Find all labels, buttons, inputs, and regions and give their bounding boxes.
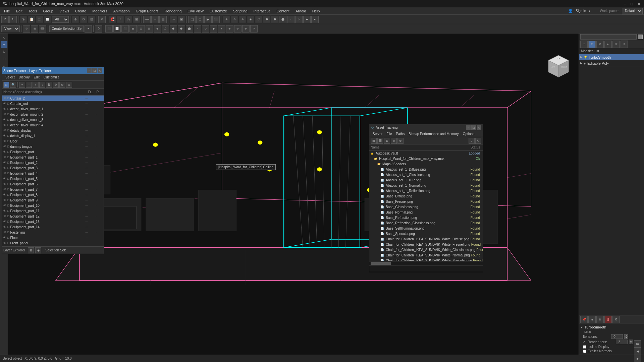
se-menu-customize[interactable]: Customize bbox=[42, 75, 61, 80]
se-list-item[interactable]: 👁 □ Curtain_2 ··· · bbox=[2, 96, 104, 101]
create-sel-dropdown[interactable]: ▾ bbox=[85, 25, 92, 33]
se-list-item[interactable]: 👁 □ Equipment_part_4 ··· · bbox=[2, 171, 104, 176]
se-tb-add-btn[interactable]: + bbox=[19, 82, 25, 88]
menu-modifiers[interactable]: Modifiers bbox=[90, 8, 110, 14]
select-object-button[interactable]: 🖱 bbox=[20, 16, 27, 23]
se-minimize-btn[interactable]: − bbox=[87, 68, 92, 73]
se-list-item[interactable]: 👁 □ decor_silver_mount_1 ··· · bbox=[2, 106, 104, 112]
tb-extra3[interactable]: ⊗ bbox=[239, 16, 246, 23]
motion-tab[interactable]: ▸ bbox=[604, 41, 612, 48]
tb-extra5[interactable]: ⬡ bbox=[255, 16, 262, 23]
menu-file[interactable]: File bbox=[1, 8, 13, 14]
render-iters-input[interactable] bbox=[616, 340, 628, 344]
tb-extra2[interactable]: ⊖ bbox=[231, 16, 238, 23]
remove-modifier-btn[interactable]: 🗑 bbox=[604, 316, 612, 323]
se-list-item[interactable]: 👁 □ Equipment_part_6 ··· · bbox=[2, 181, 104, 187]
at-menu-options[interactable]: Options bbox=[461, 132, 476, 136]
se-list-item[interactable]: 👁 □ Equipment_part_3 ··· · bbox=[2, 165, 104, 171]
at-list-item[interactable]: 📄 Chair_for_Children_IKEA_SUNDVIK_White_… bbox=[369, 247, 483, 252]
viewport-shading11[interactable]: ⬤ bbox=[186, 25, 193, 33]
create-selection-set-button[interactable]: Create Selection Se bbox=[49, 25, 84, 32]
at-minimize-btn[interactable]: − bbox=[466, 125, 471, 130]
render-frame-button[interactable]: ▶ bbox=[204, 16, 212, 23]
lt-scale-btn[interactable]: ⊡ bbox=[1, 55, 7, 62]
se-footer-icon2-btn[interactable]: ◈ bbox=[35, 247, 41, 253]
se-list-item[interactable]: 👁 □ Equipment_part_5 ··· · bbox=[2, 176, 104, 181]
se-tb-expand-btn[interactable]: ⊕ bbox=[59, 82, 65, 88]
viewport-shading19[interactable]: ? bbox=[250, 25, 258, 33]
redo-button[interactable]: ↻ bbox=[9, 16, 17, 23]
tb-extra8[interactable]: ⬤ bbox=[279, 16, 286, 23]
menu-arnold[interactable]: Arnold bbox=[293, 8, 309, 14]
curve-editor-button[interactable]: 〜 bbox=[170, 16, 177, 23]
schematic-view-button[interactable]: ⊠ bbox=[178, 16, 185, 23]
se-list-item[interactable]: 👁 □ Equipment_part_10 ··· · bbox=[2, 203, 104, 208]
menu-civil-view[interactable]: Civil View bbox=[185, 8, 206, 14]
render-setup-button[interactable]: ⬡ bbox=[196, 16, 204, 23]
percent-snap-button[interactable]: % bbox=[125, 16, 132, 23]
viewport-shading3[interactable]: ⬛ bbox=[121, 25, 129, 33]
render-iters-up[interactable]: ▲ bbox=[629, 340, 633, 342]
configure-modifier-sets-btn[interactable]: ⚙ bbox=[612, 316, 620, 323]
se-list-item[interactable]: 👁 □ Equipment_part_7 ··· · bbox=[2, 187, 104, 192]
tb-extra6[interactable]: ⬢ bbox=[263, 16, 270, 23]
iterations-down[interactable]: ▼ bbox=[624, 337, 628, 339]
view-dropdown[interactable]: View bbox=[1, 25, 20, 32]
se-list-item[interactable]: 👁 □ detals_display_1 ··· · bbox=[2, 133, 104, 138]
close-button[interactable]: ✕ bbox=[637, 2, 641, 6]
iterations-input[interactable] bbox=[611, 334, 623, 339]
se-menu-edit[interactable]: Edit bbox=[32, 75, 42, 80]
menu-views[interactable]: Views bbox=[57, 8, 72, 14]
viewport-shading1[interactable]: ⬛ bbox=[105, 25, 113, 33]
transform-gizmo-button[interactable]: ⊹ bbox=[23, 25, 30, 33]
maximize-button[interactable]: □ bbox=[631, 2, 635, 6]
se-tb-filter-btn[interactable]: 🔍 bbox=[10, 82, 16, 88]
se-list-item[interactable]: 👁 □ decor_silver_mount_4 ··· · bbox=[2, 122, 104, 128]
tb-extra1[interactable]: ⊕ bbox=[223, 16, 230, 23]
help-button[interactable]: ? bbox=[95, 25, 102, 33]
turbos-header-row[interactable]: ▼ TurboSmooth bbox=[580, 325, 643, 330]
menu-animation[interactable]: Animation bbox=[111, 8, 132, 14]
create-tab[interactable]: ✦ bbox=[580, 41, 588, 48]
select-by-name-button[interactable]: 📋 bbox=[28, 16, 35, 23]
play-anim-btn[interactable]: ⏮ bbox=[634, 340, 641, 348]
at-list-item[interactable]: 📄 Base_Diffuse.png Found bbox=[369, 193, 483, 199]
at-list-item[interactable]: 📄 Abacus_set_1_Glossines.png Found bbox=[369, 172, 483, 177]
at-list-item[interactable]: 📄 Chair_for_Children_IKEA_SUNDVIK_White_… bbox=[369, 236, 483, 242]
se-tb-move-dn-btn[interactable]: ↓ bbox=[39, 82, 45, 88]
menu-scripting[interactable]: Scripting bbox=[230, 8, 250, 14]
at-list-item[interactable]: 📄 Abacus_set_1_IOR.png Found bbox=[369, 177, 483, 183]
at-list-item[interactable]: 📄 Base_SelfIllumination.png Found bbox=[369, 226, 483, 231]
signin-dropdown-icon[interactable]: ▾ bbox=[589, 9, 590, 13]
se-list-item[interactable]: 👁 □ Equipment_part_13 ··· · bbox=[2, 219, 104, 224]
tb-extra10[interactable]: ◇ bbox=[295, 16, 303, 23]
se-list-item[interactable]: 👁 □ dummy tongue ··· · bbox=[2, 144, 104, 149]
se-menu-select[interactable]: Select bbox=[3, 75, 17, 80]
make-unique-btn[interactable]: ⊕ bbox=[596, 316, 604, 323]
se-list-item[interactable]: 👁 □ Equipment_part_14 ··· · bbox=[2, 224, 104, 230]
workspaces-dropdown[interactable]: Default bbox=[622, 8, 643, 14]
menu-create[interactable]: Create bbox=[72, 8, 89, 14]
tb-extra11[interactable]: ◆ bbox=[303, 16, 311, 23]
se-tb-move-up-btn[interactable]: ↑ bbox=[33, 82, 39, 88]
menu-help[interactable]: Help bbox=[310, 8, 323, 14]
at-search-input[interactable] bbox=[369, 265, 483, 272]
layer-manager-button[interactable]: ☰ bbox=[159, 16, 167, 23]
se-list-item[interactable]: 👁 □ Curtain_rod ··· · bbox=[2, 101, 104, 106]
viewport-shading14[interactable]: ◆ bbox=[210, 25, 217, 33]
at-list-item[interactable]: 📄 Chair_for_Children_IKEA_SUNDVIK_White_… bbox=[369, 252, 483, 258]
se-list-item[interactable]: 👁 □ detals_display ··· · bbox=[2, 128, 104, 133]
editable-poly-stack-item[interactable]: ▶ ◈ Editable Poly bbox=[579, 60, 644, 66]
at-tb-btn5[interactable]: ⊕ bbox=[397, 138, 404, 144]
se-list-item[interactable]: 👁 □ Equipment_part_1 ··· · bbox=[2, 155, 104, 160]
at-list-item[interactable]: 📄 Chair_for_Children_IKEA_SUNDVIK_White_… bbox=[369, 242, 483, 247]
se-list-item[interactable]: 👁 □ Equipment_part_2 ··· · bbox=[2, 160, 104, 165]
object-name-input[interactable]: Curtain_2 bbox=[580, 34, 637, 40]
tb-extra7[interactable]: ⬣ bbox=[271, 16, 278, 23]
display-tab[interactable]: 👁 bbox=[612, 41, 620, 48]
menu-tools[interactable]: Tools bbox=[26, 8, 40, 14]
at-list-item[interactable]: 📄 Base_Refraction_Glossiness.png Found bbox=[369, 220, 483, 226]
viewport-shading6[interactable]: ⊞ bbox=[146, 25, 153, 33]
lt-rotate-btn[interactable]: ↻ bbox=[1, 48, 7, 55]
menu-edit[interactable]: Edit bbox=[13, 8, 25, 14]
